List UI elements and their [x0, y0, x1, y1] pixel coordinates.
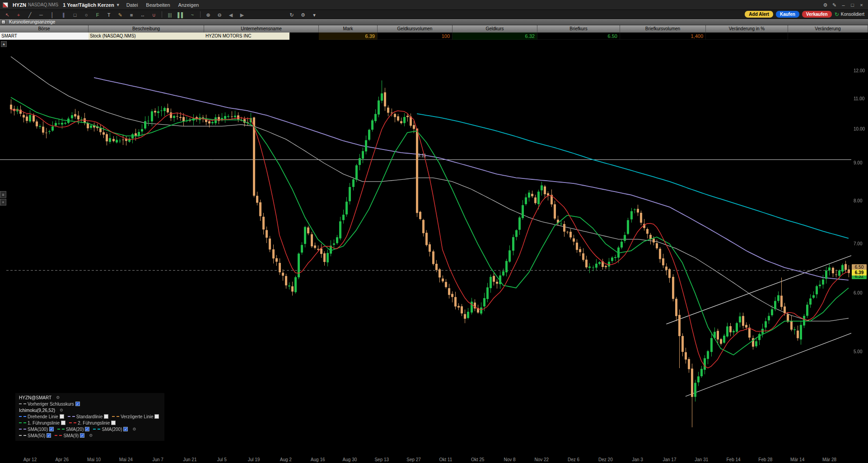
column-header-briefkursvolumen[interactable]: Briefkursvolumen	[620, 25, 706, 33]
date-axis-label: Dez 20	[593, 457, 618, 462]
pin-icon[interactable]: ✎	[831, 1, 838, 9]
date-axis-label: Sep 13	[369, 457, 394, 462]
series-visibility-checkbox[interactable]: ✓	[123, 427, 128, 431]
menu-anzeigen[interactable]: Anzeigen	[177, 2, 201, 8]
buy-button[interactable]: Kaufen	[776, 11, 799, 18]
column-header-geldkursvolumen[interactable]: Geldkursvolumen	[378, 25, 453, 33]
collapse-quote-panel-button[interactable]: –	[1, 20, 5, 24]
scroll-left-icon[interactable]: ◀	[225, 10, 236, 19]
date-axis-label: Okt 11	[433, 457, 458, 462]
column-header-veraenderung-pct[interactable]: Veränderung in %	[706, 25, 788, 33]
date-axis-label: Apr 26	[49, 457, 75, 462]
pointer-tool-icon[interactable]: ↖	[2, 10, 13, 19]
column-header-mark[interactable]: Mark	[319, 25, 378, 33]
indicators-dropdown-icon[interactable]: ▾	[309, 10, 320, 19]
series-color-swatch	[57, 429, 65, 430]
mark-price-cell[interactable]: 6.39	[319, 33, 378, 40]
change-cell[interactable]	[788, 33, 868, 40]
series-settings-icon[interactable]: ⚙	[56, 395, 60, 400]
chart-settings-icon[interactable]: ⚙	[298, 10, 308, 19]
series-visibility-checkbox[interactable]	[154, 414, 159, 419]
eraser-tool-icon[interactable]: ■	[126, 10, 137, 19]
series-visibility-checkbox[interactable]: ✓	[80, 433, 84, 438]
exchange-cell[interactable]: SMART	[0, 33, 89, 40]
column-header-geldkurs[interactable]: Geldkurs	[453, 25, 537, 33]
date-axis-label: Apr 12	[17, 457, 42, 462]
sell-button[interactable]: Verkaufen	[802, 11, 832, 18]
series-settings-icon[interactable]: ⚙	[132, 427, 136, 431]
text-annotation-tool-icon[interactable]: T	[103, 10, 114, 19]
date-axis-label: Mär 14	[785, 457, 810, 462]
zoom-out-icon[interactable]: ⊖	[214, 10, 225, 19]
legend-row: HYZN@SMART⚙	[19, 394, 161, 401]
trendline-tool-icon[interactable]: ╱	[24, 10, 35, 19]
scroll-up-button[interactable]: ▲	[1, 41, 7, 47]
series-color-swatch	[19, 416, 26, 417]
vertical-line-tool-icon[interactable]: │	[47, 10, 58, 19]
series-visibility-checkbox[interactable]	[60, 414, 64, 419]
window-titlebar: HYZN NASDAQ.NMS 1 Year/Täglich Kerzen ▼ …	[0, 0, 868, 10]
settings-gear-icon[interactable]: ⚙	[821, 1, 829, 9]
column-header-beschreibung[interactable]: Beschreibung	[89, 25, 204, 33]
line-style-icon[interactable]: ~	[187, 10, 198, 19]
column-header-boerse[interactable]: Börse	[0, 25, 89, 33]
consolidated-icon: ↻	[835, 11, 839, 18]
company-name-cell[interactable]: HYZON MOTORS INC	[204, 33, 319, 40]
ask-size-cell[interactable]: 1,400	[620, 33, 706, 40]
series-visibility-checkbox[interactable]: ✓	[47, 433, 51, 438]
magnet-tool-icon[interactable]: ∪	[149, 10, 159, 19]
change-pct-cell[interactable]	[706, 33, 788, 40]
series-visibility-checkbox[interactable]: ✓	[75, 402, 80, 406]
column-header-briefkurs[interactable]: Briefkurs	[537, 25, 620, 33]
measure-tool-icon[interactable]: ↔	[137, 10, 148, 19]
minimize-icon[interactable]: –	[840, 1, 847, 9]
series-visibility-checkbox[interactable]: ✓	[49, 427, 54, 431]
column-header-unternehmensname[interactable]: Unternehmensname	[204, 25, 319, 33]
candle-style-icon[interactable]: ▌▌	[176, 10, 187, 19]
date-axis-label: Feb 14	[721, 457, 746, 462]
channel-tool-icon[interactable]: ∥	[58, 10, 69, 19]
scroll-right-icon[interactable]: ▶	[237, 10, 247, 19]
menu-datei[interactable]: Datei	[125, 2, 140, 8]
legend-row: 1. Führungslinie2. Führungslinie	[19, 420, 161, 426]
legend-item: SMA(20)✓	[57, 427, 89, 432]
chart-drag-handle[interactable]: ≡	[0, 191, 6, 198]
timeframe-selector[interactable]: 1 Year/Täglich Kerzen ▼	[63, 2, 120, 8]
legend-symbol-title: HYZN@SMART	[19, 395, 51, 400]
series-settings-icon[interactable]: ⚙	[89, 433, 93, 438]
bar-style-icon[interactable]: |||	[164, 10, 175, 19]
bid-price-cell[interactable]: 6.32	[453, 33, 537, 40]
description-cell[interactable]: Stock (NASDAQ.NMS)	[89, 33, 204, 40]
bid-size-cell[interactable]: 100	[378, 33, 453, 40]
consolidated-toggle[interactable]: ↻ Konsolidiert	[835, 11, 864, 18]
fibonacci-tool-icon[interactable]: F	[92, 10, 103, 19]
menu-bearbeiten[interactable]: Bearbeiten	[144, 2, 172, 8]
ask-price-cell[interactable]: 6.50	[537, 33, 620, 40]
crosshair-tool-icon[interactable]: +	[13, 10, 24, 19]
zoom-in-icon[interactable]: ⊕	[203, 10, 214, 19]
series-visibility-checkbox[interactable]	[104, 414, 108, 419]
ellipse-tool-icon[interactable]: ○	[81, 10, 92, 19]
series-visibility-checkbox[interactable]: ✓	[85, 427, 89, 431]
quote-table-row[interactable]: SMART Stock (NASDAQ.NMS) HYZON MOTORS IN…	[0, 33, 868, 40]
refresh-icon[interactable]: ↻	[286, 10, 297, 19]
pencil-tool-icon[interactable]: ✎	[115, 10, 126, 19]
close-icon[interactable]: ×	[858, 1, 865, 9]
maximize-icon[interactable]: □	[849, 1, 856, 9]
series-label: SMA(200)	[102, 427, 122, 432]
series-label: Drehende Linie	[28, 414, 58, 419]
horizontal-line-tool-icon[interactable]: ─	[36, 10, 47, 19]
column-header-veraenderung[interactable]: Veränderung	[788, 25, 868, 33]
series-color-swatch	[68, 416, 75, 417]
series-settings-icon[interactable]: ⚙	[60, 408, 63, 412]
chart-add-panel-button[interactable]: +	[0, 199, 6, 206]
series-visibility-checkbox[interactable]	[111, 421, 116, 425]
series-label: SMA(9)	[63, 433, 79, 438]
series-color-swatch	[112, 416, 119, 417]
rectangle-tool-icon[interactable]: □	[70, 10, 80, 19]
add-alert-button[interactable]: Add Alert	[745, 11, 773, 18]
chart-toolbar: ↖+╱─│∥□○FT✎■↔∪|||▌▌~⊕⊖◀▶↻⚙▾ Add Alert Ka…	[0, 10, 868, 19]
series-color-swatch	[55, 435, 62, 436]
series-visibility-checkbox[interactable]	[61, 421, 65, 425]
price-axis-label: 6.00	[854, 290, 862, 295]
